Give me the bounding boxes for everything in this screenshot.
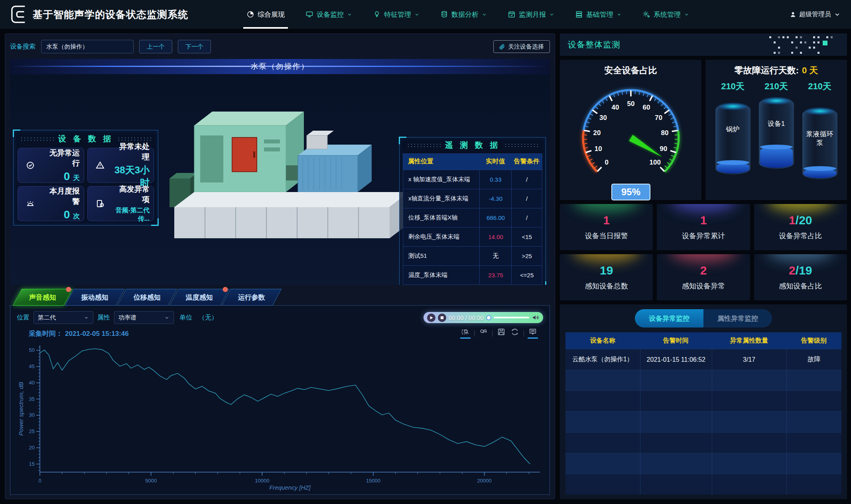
table-row <box>565 453 841 474</box>
kpi-anomaly-total: 1设备异常累计 <box>657 204 750 250</box>
nav-item-monthly-report[interactable]: 监测月报 <box>497 0 565 29</box>
position-select[interactable]: 第二代 <box>33 311 93 324</box>
table-row <box>565 432 841 453</box>
dashboard-icon <box>246 10 254 18</box>
stat-card-unhandled: 异常未处理 38天3小时 <box>87 148 154 183</box>
calendar-icon <box>508 10 516 18</box>
stop-button[interactable] <box>438 314 446 322</box>
zoom-select-icon[interactable] <box>461 328 470 339</box>
search-label: 设备搜索 <box>10 43 35 51</box>
kpi-sensor-anomaly: 2感知设备异常 <box>657 254 750 300</box>
chevron-down-icon <box>834 11 841 18</box>
spectrum-chart: 152025303540455005000100001500020000Powe… <box>17 341 546 493</box>
tab-displacement-sense[interactable]: 位移感知 <box>117 289 177 306</box>
chevron-down-icon <box>482 12 487 17</box>
telemetry-table: 属性位置 实时值 告警条件 x 轴加速度值_泵体末端0.33/ x轴直流分量_泵… <box>403 153 542 285</box>
zoom-reset-icon[interactable] <box>479 328 488 339</box>
table-row: 剩余电压_泵体末端14.00<15 <box>403 227 542 246</box>
data-view-icon[interactable] <box>528 328 538 339</box>
kpi-today-alarms: 1设备当日报警 <box>560 204 653 250</box>
3d-viewport[interactable]: 水泵（勿操作） <box>10 59 550 285</box>
dots-decoration <box>769 35 839 55</box>
doc-alert-icon <box>92 195 108 212</box>
cylinder-boiler: 210天 锅炉 <box>714 80 752 179</box>
cylinder-slurry-pump: 210天 浆液循环泵 <box>801 80 839 179</box>
kpi-anomaly-ratio: 1/20设备异常占比 <box>754 204 847 250</box>
position-label: 位置 <box>17 314 30 322</box>
svg-text:60: 60 <box>642 104 650 111</box>
nav-item-device-monitor[interactable]: 设备监控 <box>295 0 362 29</box>
table-row: 温度_泵体末端23.75<=25 <box>403 265 542 284</box>
chevron-down-icon <box>549 12 554 17</box>
svg-text:90: 90 <box>660 145 667 153</box>
monitor-table-header: 设备名称 告警时间 异常属性数量 告警级别 <box>565 332 841 349</box>
table-row <box>565 390 841 411</box>
sense-tabs: 声音感知 振动感知 位移感知 温度感知 运行参数 <box>10 289 550 306</box>
chart-toolbar <box>461 328 538 339</box>
zero-fault-title: 零故障运行天数:0 天 <box>705 65 847 76</box>
monitor-icon <box>305 10 313 18</box>
stat-card-normal-days: 无异常运行 0 天 <box>18 148 84 183</box>
seek-track[interactable] <box>494 317 529 318</box>
search-input[interactable] <box>41 40 134 53</box>
table-row: 测试51无>25 <box>403 246 542 265</box>
refresh-icon[interactable] <box>510 328 520 339</box>
save-image-icon[interactable] <box>496 328 506 339</box>
kpi-sensor-ratio: 2/19感知设备占比 <box>754 254 847 300</box>
chevron-down-icon <box>617 12 622 17</box>
monitor-table-body: 云酷水泵（勿操作1） 2021-01-15 11:06:52 3/17 故障 <box>565 349 841 494</box>
svg-text:0: 0 <box>38 478 41 484</box>
tab-sound-sense[interactable]: 声音感知 <box>13 289 73 306</box>
nav-menu: 综合展现 设备监控 特征管理 数据分析 监测月报 基础管理 <box>236 0 699 29</box>
play-button[interactable] <box>427 314 435 322</box>
chart-header: 采集时间：2021-02-05 15:13:46 <box>17 326 543 341</box>
alert-dot <box>66 287 71 292</box>
volume-icon[interactable] <box>532 314 540 322</box>
seek-handle[interactable] <box>486 315 491 320</box>
prev-device-button[interactable]: 上一个 <box>139 40 172 53</box>
table-row <box>565 474 841 494</box>
svg-text:Frequency [HZ]: Frequency [HZ] <box>269 484 311 491</box>
next-device-button[interactable]: 下一个 <box>178 40 211 53</box>
warning-triangle-icon <box>92 157 108 174</box>
nav-item-data-analysis[interactable]: 数据分析 <box>430 0 497 29</box>
focus-device-button[interactable]: 关注设备选择 <box>493 40 550 53</box>
table-row[interactable]: 云酷水泵（勿操作1） 2021-01-15 11:06:52 3/17 故障 <box>565 349 841 370</box>
cylinder-device1: 210天 设备1 <box>757 80 796 179</box>
tab-run-params[interactable]: 运行参数 <box>222 289 282 306</box>
monitor-tabs: 设备异常监控 属性异常监控 <box>635 309 772 328</box>
kpi-sensor-total: 19感知设备总数 <box>560 254 653 300</box>
kpi-row-1: 1设备当日报警 1设备异常累计 1/20设备异常占比 <box>560 204 847 250</box>
bulb-icon <box>373 10 381 18</box>
tab-vibration-sense[interactable]: 振动感知 <box>65 289 125 306</box>
alarm-icon <box>22 195 39 212</box>
server-icon <box>575 10 583 18</box>
tab-temperature-sense[interactable]: 温度感知 <box>169 289 229 306</box>
zero-fault-card: 零故障运行天数:0 天 210天 锅炉 210天 设备1 210天 浆液循环泵 <box>705 60 847 200</box>
overall-monitor-header: 设备整体监测 <box>560 33 847 56</box>
svg-text:40: 40 <box>611 104 619 111</box>
anomaly-monitor-section: 设备异常监控 属性异常监控 设备名称 告警时间 异常属性数量 告警级别 云酷水泵… <box>560 304 847 499</box>
device-data-panel: 设 备 数 据 无异常运行 0 天 异常未处理 38天3小时 <box>13 130 158 226</box>
svg-text:20: 20 <box>593 129 601 137</box>
nav-item-base-mgmt[interactable]: 基础管理 <box>565 0 632 29</box>
user-menu[interactable]: 超级管理员 <box>790 10 841 19</box>
page-title: 基于智能声学的设备状态监测系统 <box>33 8 188 21</box>
play-time: 00:00 / 00:00 <box>449 314 484 321</box>
svg-text:30: 30 <box>599 114 607 122</box>
tab-attribute-anomaly[interactable]: 属性异常监控 <box>703 309 772 328</box>
user-icon <box>790 11 796 18</box>
gauge-title: 安全设备占比 <box>560 65 701 76</box>
paperclip-icon <box>499 44 505 50</box>
nav-item-overview[interactable]: 综合展现 <box>236 0 295 29</box>
nav-item-system-mgmt[interactable]: 系统管理 <box>632 0 699 29</box>
table-row: 位移_泵体首端X轴686.00/ <box>403 208 542 227</box>
tab-device-anomaly[interactable]: 设备异常监控 <box>635 309 703 328</box>
attribute-select[interactable]: 功率谱 <box>114 311 174 324</box>
svg-text:15: 15 <box>29 461 35 467</box>
svg-text:80: 80 <box>661 129 668 137</box>
table-row: x轴直流分量_泵体末端-4.30/ <box>403 189 542 208</box>
overall-monitor-title: 设备整体监测 <box>568 39 621 50</box>
chevron-down-icon <box>164 315 169 320</box>
nav-item-feature[interactable]: 特征管理 <box>362 0 430 29</box>
